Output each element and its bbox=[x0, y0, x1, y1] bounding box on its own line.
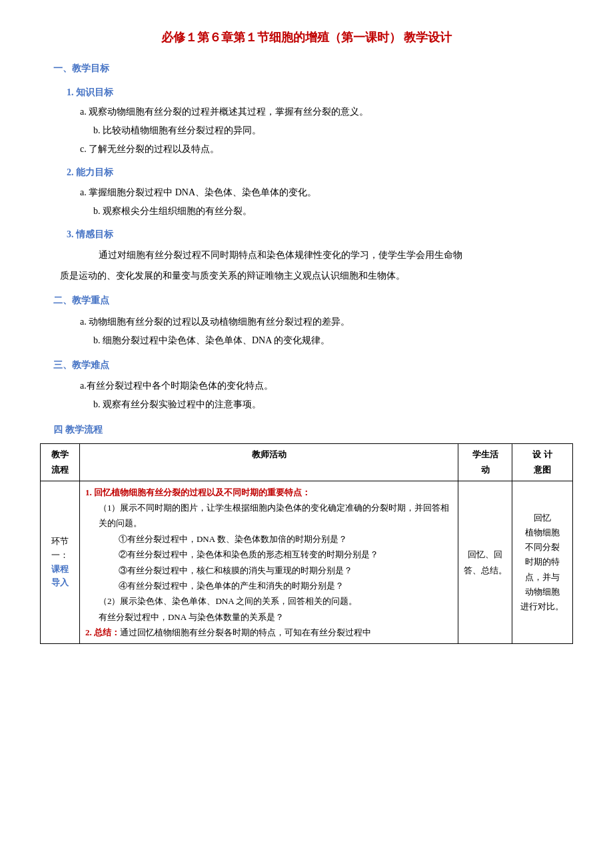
teacher-question-5: 有丝分裂过程中，DNA 与染色体数量的关系是？ bbox=[85, 609, 452, 625]
ability-item-2: b. 观察根尖分生组织细胞的有丝分裂。 bbox=[93, 203, 573, 219]
emotion-paragraph: 通过对细胞有丝分裂过程不同时期特点和染色体规律性变化的学习，使学生学会用生命物 bbox=[80, 247, 573, 263]
table-row-1: 环节 一： 课程 导入 1. 回忆植物细胞有丝分裂的过程以及不同时期的重要特点：… bbox=[41, 481, 573, 644]
teacher-point-2: 2. 总结：通过回忆植物细胞有丝分裂各时期的特点，可知在有丝分裂过程中 bbox=[85, 625, 452, 640]
subsection-1-1-heading: 1. 知识目标 bbox=[67, 84, 573, 101]
table-header-flow: 教学 流程 bbox=[41, 443, 80, 481]
difficulty-2: b. 观察有丝分裂实验过程中的注意事项。 bbox=[93, 396, 573, 413]
section-4-heading: 四 教学流程 bbox=[53, 421, 573, 438]
table-header-teacher: 教师活动 bbox=[79, 443, 458, 481]
teacher-activity: 1. 回忆植物细胞有丝分裂的过程以及不同时期的重要特点： （1）展示不同时期的图… bbox=[79, 481, 458, 644]
flow-table: 教学 流程 教师活动 学生活 动 设 计 意图 环节 一： 课程 bbox=[40, 443, 573, 645]
table-header-design: 设 计 意图 bbox=[512, 443, 572, 481]
section-3-heading: 三、教学难点 bbox=[53, 357, 573, 373]
knowledge-item-2: b. 比较动植物细胞有丝分裂过程的异同。 bbox=[93, 122, 573, 139]
table-header-student: 学生活 动 bbox=[458, 443, 512, 481]
teacher-question-2: ②有丝分裂过程中，染色体和染色质的形态相互转变的时期分别是？ bbox=[85, 547, 452, 562]
flow-label: 环节 一： 课程 导入 bbox=[41, 481, 80, 644]
knowledge-item-1: a. 观察动物细胞有丝分裂的过程并概述其过程，掌握有丝分裂的意义。 bbox=[80, 103, 573, 120]
emotion-paragraph-2: 质是运动的、变化发展的和量变与质变关系的辩证唯物主义观点认识细胞和生物体。 bbox=[60, 267, 573, 284]
teacher-point-1-2: （2）展示染色体、染色单体、DNA 之间的关系，回答相关的问题。 bbox=[85, 593, 452, 609]
teacher-point-1-1: （1）展示不同时期的图片，让学生根据细胞内染色体的变化确定准确的分裂时期，并回答… bbox=[85, 500, 452, 531]
page-container: 必修１第６章第１节细胞的增殖（第一课时） 教学设计 一、教学目标 1. 知识目标… bbox=[40, 27, 573, 644]
knowledge-item-3: c. 了解无丝分裂的过程以及特点。 bbox=[80, 141, 573, 157]
page-title: 必修１第６章第１节细胞的增殖（第一课时） 教学设计 bbox=[40, 27, 573, 48]
teacher-question-4: ④有丝分裂过程中，染色单体的产生和消失的时期分别是？ bbox=[85, 578, 452, 593]
teacher-point-1: 1. 回忆植物细胞有丝分裂的过程以及不同时期的重要特点： bbox=[85, 485, 452, 500]
subsection-1-2-heading: 2. 能力目标 bbox=[67, 164, 573, 181]
design-intent: 回忆 植物细胞 不同分裂 时期的特 点，并与 动物细胞 进行对比。 bbox=[512, 481, 572, 644]
section-2-heading: 二、教学重点 bbox=[53, 292, 573, 309]
key-point-1: a. 动物细胞有丝分裂的过程以及动植物细胞有丝分裂过程的差异。 bbox=[80, 313, 573, 330]
student-activity: 回忆、回答、总结。 bbox=[458, 481, 512, 644]
key-point-2: b. 细胞分裂过程中染色体、染色单体、DNA 的变化规律。 bbox=[93, 332, 573, 349]
teacher-question-3: ③有丝分裂过程中，核仁和核膜的消失与重现的时期分别是？ bbox=[85, 563, 452, 578]
section-1-heading: 一、教学目标 bbox=[53, 60, 573, 77]
difficulty-1: a.有丝分裂过程中各个时期染色体的变化特点。 bbox=[80, 377, 573, 394]
subsection-1-3-heading: 3. 情感目标 bbox=[67, 226, 573, 243]
teacher-question-1: ①有丝分裂过程中，DNA 数、染色体数加倍的时期分别是？ bbox=[85, 531, 452, 547]
ability-item-1: a. 掌握细胞分裂过程中 DNA、染色体、染色单体的变化。 bbox=[80, 184, 573, 201]
